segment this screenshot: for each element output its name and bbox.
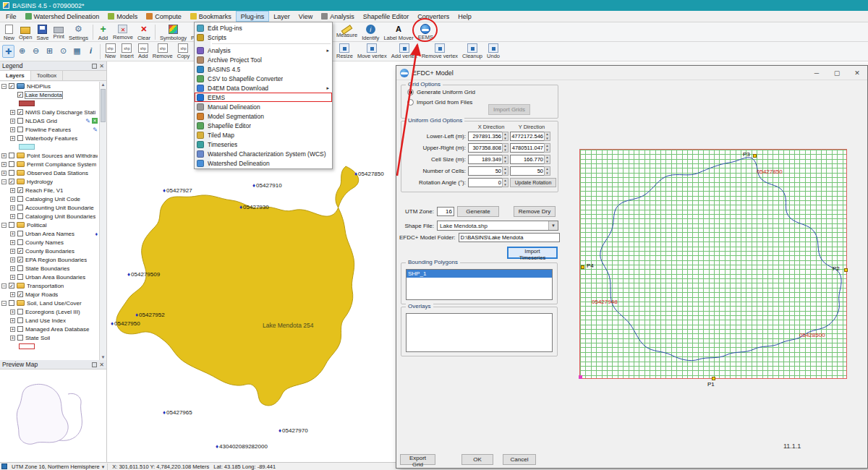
shapefile-add-button[interactable]: Add [136, 43, 150, 60]
legend-item-hydrology[interactable]: Hydrology [0, 177, 99, 186]
update-rotation-button[interactable]: Update Rotation [510, 178, 556, 187]
bounding-polygon-item[interactable]: SHP_1 [407, 270, 552, 278]
tab-toolbox[interactable]: Toolbox [31, 71, 64, 80]
legend-item-cataloging-unit-boundaries[interactable]: Cataloging Unit Boundaries [0, 212, 99, 221]
layer-checkbox[interactable] [17, 326, 23, 332]
plugins-menu-item-edit-plug-ins[interactable]: Edit Plug-ins [195, 23, 332, 33]
scroll-down-icon[interactable]: ▼ [100, 355, 106, 359]
shapefile-copy-button[interactable]: Copy [175, 43, 192, 60]
grid-point-p2[interactable] [844, 268, 848, 272]
legend-item-epa-region-boundaries[interactable]: EPA Region Boundaries [0, 255, 99, 264]
pan-tool[interactable] [2, 45, 14, 58]
expand-icon[interactable] [10, 327, 15, 332]
menu-bookmarks[interactable]: Bookmarks [186, 11, 236, 22]
plugins-menu-item-watershed-delineation[interactable]: Watershed Delineation [195, 158, 332, 168]
print-button[interactable]: Print [51, 23, 66, 40]
shapefile-insert-button[interactable]: Insert [118, 43, 136, 60]
expand-icon[interactable] [10, 292, 15, 297]
spinner[interactable] [502, 143, 509, 153]
cell-size-y-input[interactable] [510, 155, 550, 164]
plugins-menu-item-model-segmentation[interactable]: Model Segmentation [195, 111, 332, 121]
expand-icon[interactable] [1, 171, 7, 176]
open-button[interactable]: Open [17, 23, 34, 41]
generate-button[interactable]: Generate [457, 206, 499, 217]
expand-icon[interactable] [10, 309, 15, 315]
expand-icon[interactable] [1, 283, 7, 289]
layer-checkbox[interactable] [17, 317, 23, 323]
close-panel-icon[interactable] [99, 362, 104, 368]
layer-checkbox[interactable] [17, 265, 23, 271]
legend-item-county-boundaries[interactable]: County Boundaries [0, 247, 99, 255]
expand-icon[interactable] [10, 318, 15, 323]
preview-map-body[interactable] [0, 369, 106, 462]
shape-file-select[interactable]: Lake Mendota.shp [437, 221, 558, 231]
plugins-menu-item-manual-delineation[interactable]: Manual Delineation [195, 102, 332, 111]
menu-converters[interactable]: Converters [413, 11, 454, 22]
menu-layer[interactable]: Layer [269, 11, 294, 22]
export-grid-button[interactable]: Export Grid [400, 454, 435, 465]
cells-x-input[interactable] [468, 166, 509, 176]
settings-button[interactable]: Settings [67, 23, 90, 42]
expand-icon[interactable] [10, 266, 15, 271]
layer-checkbox[interactable] [9, 161, 14, 167]
remove-vertex-button[interactable]: Remove vertex [420, 43, 460, 60]
info-tool[interactable] [85, 45, 97, 58]
zoom-in-tool[interactable] [16, 45, 28, 58]
layer-checkbox[interactable] [17, 335, 23, 341]
bounding-polygons-list[interactable]: SHP_1 [406, 269, 553, 300]
legend-item-soil-land-use-cover[interactable]: Soil, Land Use/Cover [0, 299, 99, 307]
lower-left-y-input[interactable] [510, 132, 550, 141]
upper-right-y-input[interactable] [510, 143, 550, 153]
cancel-button[interactable]: Cancel [503, 454, 536, 465]
layer-checkbox[interactable] [17, 109, 23, 115]
import-timeseries-button[interactable]: Import Timeseries [507, 247, 558, 259]
legend-item-ecoregions-level-iii[interactable]: Ecoregions (Level III) [0, 307, 99, 316]
cells-y-input[interactable] [510, 166, 550, 176]
legend-item-urban-area-names[interactable]: Urban Area Names [0, 229, 99, 238]
legend-item-lake-mendota[interactable]: Lake Mendota [0, 90, 99, 99]
layer-checkbox[interactable] [9, 83, 14, 89]
scroll-up-icon[interactable]: ▲ [100, 82, 106, 87]
plugins-menu-item-tiled-map[interactable]: Tiled Map [195, 130, 332, 140]
label-mover-button[interactable]: Label Mover [381, 23, 415, 42]
shapefile-new-button[interactable]: New [103, 43, 118, 60]
close-button[interactable] [847, 66, 867, 80]
layer-checkbox[interactable] [17, 118, 23, 124]
layer-checkbox[interactable] [17, 274, 23, 280]
utm-zone-input[interactable] [437, 207, 454, 216]
window-titlebar[interactable]: BASINS 4.5 - 07090002* [0, 0, 868, 11]
cleanup-button[interactable]: Cleanup [460, 43, 485, 60]
expand-icon[interactable] [10, 249, 15, 254]
legend-item-flowline-features[interactable]: Flowline Features [0, 125, 99, 134]
legend-item-observed-data-stations[interactable]: Observed Data Stations [0, 168, 99, 177]
layer-checkbox[interactable] [17, 239, 23, 245]
cell-size-x-input[interactable] [468, 155, 509, 164]
legend-item-land-use-index[interactable]: Land Use Index [0, 316, 99, 325]
identify-button[interactable]: Identify [359, 23, 381, 42]
expand-icon[interactable] [1, 84, 7, 89]
expand-icon[interactable] [1, 223, 7, 228]
remove-button[interactable]: Remove [111, 23, 135, 41]
menu-file[interactable]: File [1, 11, 21, 22]
expand-icon[interactable] [1, 301, 7, 306]
menu-help[interactable]: Help [454, 11, 476, 22]
layer-checkbox[interactable] [9, 153, 14, 158]
expand-icon[interactable] [10, 119, 15, 124]
plugins-menu-item-basins-4-5[interactable]: BASINS 4.5 [195, 64, 332, 74]
expand-icon[interactable] [10, 231, 15, 236]
projection-selector[interactable]: UTM Zone 16, Northern Hemisphere [12, 463, 108, 470]
import-grid-from-files-radio[interactable]: Import Grid from Files [407, 99, 558, 106]
generate-uniform-grid-radio[interactable]: Generate Uniform Grid [407, 89, 558, 95]
model-folder-input[interactable] [459, 233, 560, 242]
legend-item-waterbody-features[interactable]: Waterbody Features [0, 134, 99, 142]
grid-point-p4[interactable] [581, 265, 584, 269]
legend-item-transportation[interactable]: Transportation [0, 281, 99, 290]
spinner[interactable] [502, 132, 509, 141]
resize-button[interactable]: Resize [334, 43, 355, 60]
spinner[interactable] [544, 166, 550, 176]
legend-item-county-names[interactable]: County Names [0, 238, 99, 247]
layer-checkbox[interactable] [17, 205, 23, 210]
zoom-full-tool[interactable] [43, 45, 56, 58]
layer-checkbox[interactable] [17, 257, 23, 262]
layer-checkbox[interactable] [17, 127, 23, 132]
